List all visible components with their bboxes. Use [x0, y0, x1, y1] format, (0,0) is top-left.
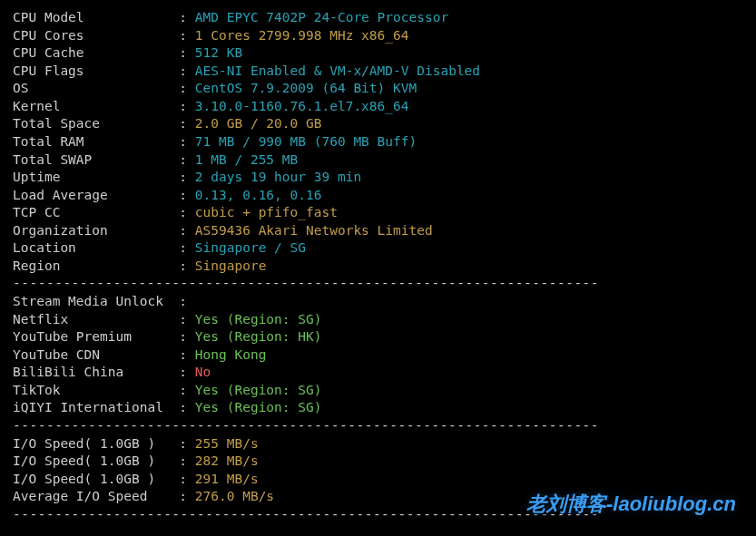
value: 282 MB/s: [195, 453, 259, 468]
label: Average I/O Speed: [13, 489, 179, 503]
row-io-1: I/O Speed( 1.0GB ) : 255 MB/s: [13, 435, 743, 453]
row-youtube-cdn: YouTube CDN : Hong Kong: [13, 346, 743, 365]
colon-sep: :: [179, 81, 194, 95]
colon-sep: :: [179, 258, 194, 273]
label: TCP CC: [13, 205, 179, 219]
label: Organization: [13, 223, 179, 238]
colon-sep: :: [179, 28, 194, 43]
colon-sep: :: [179, 152, 194, 167]
colon-sep: :: [179, 10, 194, 24]
row-cpu-model: CPU Model : AMD EPYC 7402P 24-Core Proce…: [13, 9, 743, 27]
label: CPU Cache: [13, 45, 179, 60]
row-stream-header: Stream Media Unlock :: [13, 293, 743, 311]
value: 1 MB / 255 MB: [195, 152, 299, 167]
label: Load Average: [13, 188, 179, 202]
row-iqiyi: iQIYI International : Yes (Region: SG): [13, 399, 743, 417]
row-kernel: Kernel : 3.10.0-1160.76.1.el7.x86_64: [13, 98, 743, 116]
colon-sep: :: [179, 116, 194, 131]
value: cubic + pfifo_fast: [195, 205, 338, 219]
colon-sep: :: [179, 453, 194, 468]
value: 2.0 GB / 20.0 GB: [195, 116, 322, 131]
colon-sep: :: [179, 134, 194, 149]
colon-sep: :: [179, 472, 194, 486]
label: CPU Model: [13, 10, 179, 24]
value: Hong Kong: [195, 347, 267, 362]
label: Total Space: [13, 116, 179, 131]
colon-sep: :: [179, 188, 194, 202]
row-io-3: I/O Speed( 1.0GB ) : 291 MB/s: [13, 471, 743, 489]
row-total-space: Total Space : 2.0 GB / 20.0 GB: [13, 115, 743, 133]
label: Total RAM: [13, 134, 179, 149]
value: Yes (Region: SG): [195, 312, 322, 326]
value: 512 KB: [195, 45, 242, 60]
value: AS59436 Akari Networks Limited: [195, 223, 433, 238]
colon-sep: :: [179, 205, 194, 219]
section-divider: ----------------------------------------…: [13, 417, 743, 435]
value: 3.10.0-1160.76.1.el7.x86_64: [195, 99, 409, 113]
label: Total SWAP: [13, 152, 179, 167]
row-location: Location : Singapore / SG: [13, 239, 743, 258]
colon-sep: :: [179, 223, 194, 238]
label: I/O Speed( 1.0GB ): [13, 436, 179, 451]
row-total-swap: Total SWAP : 1 MB / 255 MB: [13, 151, 743, 170]
value: 71 MB / 990 MB (760 MB Buff): [195, 134, 417, 149]
label: Location: [13, 240, 179, 255]
row-tcp-cc: TCP CC : cubic + pfifo_fast: [13, 204, 743, 222]
colon-sep: :: [179, 365, 194, 379]
value: 291 MB/s: [195, 472, 259, 486]
colon-sep: :: [179, 489, 194, 503]
colon-sep: :: [179, 294, 194, 308]
label: I/O Speed( 1.0GB ): [13, 453, 179, 468]
value: AMD EPYC 7402P 24-Core Processor: [195, 10, 448, 24]
section-divider: ----------------------------------------…: [13, 506, 743, 524]
value: 0.13, 0.16, 0.16: [195, 188, 322, 202]
label: OS: [13, 81, 179, 95]
value: No: [195, 365, 211, 379]
row-region: Region : Singapore: [13, 258, 743, 276]
colon-sep: :: [179, 170, 194, 184]
label: TikTok: [13, 383, 179, 397]
value: Singapore / SG: [195, 240, 306, 255]
label: YouTube Premium: [13, 329, 179, 344]
colon-sep: :: [179, 45, 194, 60]
label: I/O Speed( 1.0GB ): [13, 472, 179, 486]
value: 255 MB/s: [195, 436, 259, 451]
value: 2 days 19 hour 39 min: [195, 170, 361, 184]
value: AES-NI Enabled & VM-x/AMD-V Disabled: [195, 63, 480, 78]
system-info-block: CPU Model : AMD EPYC 7402P 24-Core Proce…: [13, 9, 743, 275]
row-cpu-cores: CPU Cores : 1 Cores 2799.998 MHz x86_64: [13, 27, 743, 45]
value: Yes (Region: SG): [195, 383, 322, 397]
value: Yes (Region: SG): [195, 400, 322, 414]
colon-sep: :: [179, 240, 194, 255]
row-io-2: I/O Speed( 1.0GB ) : 282 MB/s: [13, 453, 743, 471]
colon-sep: :: [179, 383, 194, 397]
label: BiliBili China: [13, 365, 179, 379]
io-speed-block: I/O Speed( 1.0GB ) : 255 MB/s I/O Speed(…: [13, 435, 743, 506]
row-cpu-flags: CPU Flags : AES-NI Enabled & VM-x/AMD-V …: [13, 63, 743, 81]
colon-sep: :: [179, 99, 194, 113]
label: CPU Flags: [13, 63, 179, 78]
row-youtube-premium: YouTube Premium : Yes (Region: HK): [13, 328, 743, 346]
colon-sep: :: [179, 312, 194, 326]
colon-sep: :: [179, 329, 194, 344]
label: Region: [13, 258, 179, 273]
colon-sep: :: [179, 63, 194, 78]
row-os: OS : CentOS 7.9.2009 (64 Bit) KVM: [13, 80, 743, 98]
label: iQIYI International: [13, 400, 179, 414]
label: CPU Cores: [13, 28, 179, 43]
section-divider: ----------------------------------------…: [13, 275, 743, 293]
row-uptime: Uptime : 2 days 19 hour 39 min: [13, 169, 743, 187]
value: Singapore: [195, 258, 267, 273]
colon-sep: :: [179, 436, 194, 451]
row-netflix: Netflix : Yes (Region: SG): [13, 311, 743, 329]
value: CentOS 7.9.2009 (64 Bit) KVM: [195, 81, 417, 95]
label: Kernel: [13, 99, 179, 113]
label: YouTube CDN: [13, 347, 179, 362]
row-organization: Organization : AS59436 Akari Networks Li…: [13, 222, 743, 240]
row-cpu-cache: CPU Cache : 512 KB: [13, 44, 743, 63]
label: Netflix: [13, 312, 179, 326]
row-tiktok: TikTok : Yes (Region: SG): [13, 382, 743, 400]
value: 1 Cores 2799.998 MHz x86_64: [195, 28, 409, 43]
row-io-avg: Average I/O Speed : 276.0 MB/s: [13, 488, 743, 506]
stream-unlock-block: Stream Media Unlock : Netflix : Yes (Reg…: [13, 293, 743, 417]
